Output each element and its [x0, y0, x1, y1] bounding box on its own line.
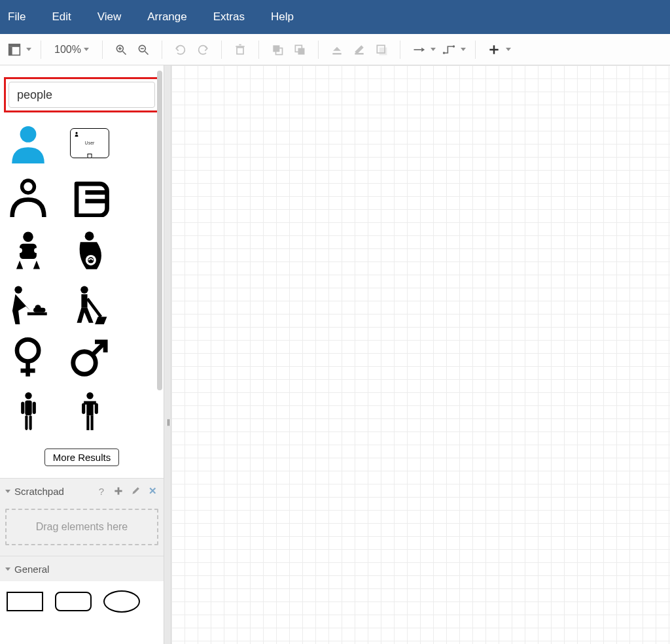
svg-rect-45 [81, 294, 87, 308]
svg-point-33 [23, 232, 33, 243]
svg-point-35 [17, 248, 22, 253]
menu-extras[interactable]: Extras [213, 10, 245, 24]
svg-rect-13 [273, 45, 279, 52]
waypoint-style-button[interactable] [440, 41, 458, 59]
sidebar-scrollbar[interactable] [157, 71, 162, 390]
shape-rounded-rectangle[interactable] [55, 592, 92, 611]
shape-female-symbol[interactable] [8, 337, 48, 378]
shape-ellipse[interactable] [103, 590, 140, 613]
svg-point-23 [443, 52, 445, 54]
collapse-icon [5, 490, 10, 493]
shape-search [9, 82, 155, 108]
svg-line-4 [122, 51, 126, 54]
zoom-out-button[interactable] [134, 41, 152, 59]
shape-user-card[interactable]: User [69, 123, 110, 163]
redo-button[interactable] [194, 41, 212, 59]
svg-rect-57 [29, 415, 31, 430]
general-section: General [0, 556, 164, 622]
shape-pregnant[interactable] [69, 230, 110, 271]
svg-point-24 [453, 45, 455, 47]
svg-point-50 [73, 352, 96, 374]
shadow-button[interactable] [372, 41, 391, 59]
shape-search-input[interactable] [16, 88, 170, 103]
shape-man-figure[interactable] [8, 391, 48, 432]
scratchpad-title: Scratchpad [14, 486, 64, 497]
sidebar-splitter[interactable]: ∥ [164, 65, 171, 644]
shape-baby[interactable] [8, 230, 48, 271]
connection-caret-icon[interactable] [431, 48, 436, 51]
to-back-button[interactable] [291, 41, 309, 59]
help-icon[interactable]: ? [96, 485, 107, 497]
svg-rect-55 [32, 402, 35, 415]
shape-rectangle[interactable] [7, 592, 43, 611]
splitter-grip-icon: ∥ [167, 418, 169, 426]
fill-color-button[interactable] [328, 41, 346, 59]
canvas[interactable] [171, 65, 670, 644]
to-front-button[interactable] [268, 41, 287, 59]
svg-point-44 [80, 286, 88, 293]
scratchpad-dropzone[interactable]: Drag elements here [5, 509, 158, 545]
general-title: General [14, 564, 49, 575]
zoom-in-button[interactable] [112, 41, 130, 59]
shape-hand[interactable] [69, 177, 110, 217]
shape-person-blue[interactable] [8, 123, 48, 163]
svg-rect-53 [25, 400, 31, 415]
user-card-label: User [71, 141, 109, 145]
svg-rect-1 [9, 44, 20, 46]
waypoint-caret-icon[interactable] [461, 48, 466, 51]
shape-changing-table[interactable] [8, 284, 48, 324]
svg-rect-41 [27, 313, 47, 316]
add-scratch-icon[interactable] [113, 485, 124, 497]
canvas-grid [171, 65, 670, 644]
menu-edit[interactable]: Edit [52, 10, 71, 24]
more-results-button[interactable]: More Results [44, 449, 119, 466]
svg-point-47 [17, 339, 39, 361]
svg-point-29 [20, 126, 37, 143]
workspace: User [0, 65, 670, 644]
shape-search-highlight [4, 77, 160, 112]
delete-button[interactable] [231, 41, 249, 59]
menu-help[interactable]: Help [271, 10, 294, 24]
scratchpad-section: Scratchpad ? ✕ Drag elements here [0, 478, 164, 556]
line-color-button[interactable] [350, 41, 368, 59]
svg-rect-54 [21, 402, 24, 415]
zoom-label: 100% [54, 44, 81, 56]
zoom-caret-icon [84, 48, 89, 51]
shape-digging[interactable] [69, 284, 110, 324]
svg-rect-61 [86, 415, 89, 430]
svg-point-37 [85, 231, 94, 241]
zoom-select[interactable]: 100% [50, 44, 93, 56]
add-button[interactable] [485, 41, 503, 59]
general-header[interactable]: General [0, 556, 164, 581]
connection-style-button[interactable] [410, 41, 428, 59]
toolbar: 100% [0, 34, 670, 65]
undo-button[interactable] [171, 41, 190, 59]
svg-rect-10 [237, 47, 243, 54]
shape-man-figure-alt[interactable] [69, 391, 110, 432]
menu-file[interactable]: File [8, 10, 26, 24]
svg-rect-59 [82, 403, 85, 415]
add-caret-icon[interactable] [506, 48, 511, 51]
layout-button[interactable] [5, 41, 24, 59]
svg-rect-62 [90, 415, 93, 430]
close-scratch-icon[interactable]: ✕ [147, 485, 158, 497]
scratchpad-header[interactable]: Scratchpad ? ✕ [0, 479, 164, 503]
shape-results: User [0, 120, 164, 478]
svg-point-52 [25, 392, 31, 399]
svg-rect-34 [20, 244, 37, 259]
sidebar: User [0, 65, 164, 644]
edit-scratch-icon[interactable] [130, 485, 141, 497]
svg-point-40 [14, 286, 22, 293]
svg-rect-20 [379, 47, 387, 55]
shape-male-symbol[interactable] [69, 337, 110, 378]
svg-rect-43 [33, 308, 45, 313]
svg-line-8 [145, 51, 148, 54]
svg-rect-56 [25, 415, 27, 430]
svg-rect-18 [355, 53, 363, 55]
shape-person-outline[interactable] [8, 177, 48, 217]
menu-view[interactable]: View [97, 10, 122, 24]
menu-arrange[interactable]: Arrange [147, 10, 186, 24]
collapse-icon [5, 568, 10, 571]
layout-caret-icon[interactable] [26, 48, 31, 51]
svg-point-58 [86, 392, 93, 399]
